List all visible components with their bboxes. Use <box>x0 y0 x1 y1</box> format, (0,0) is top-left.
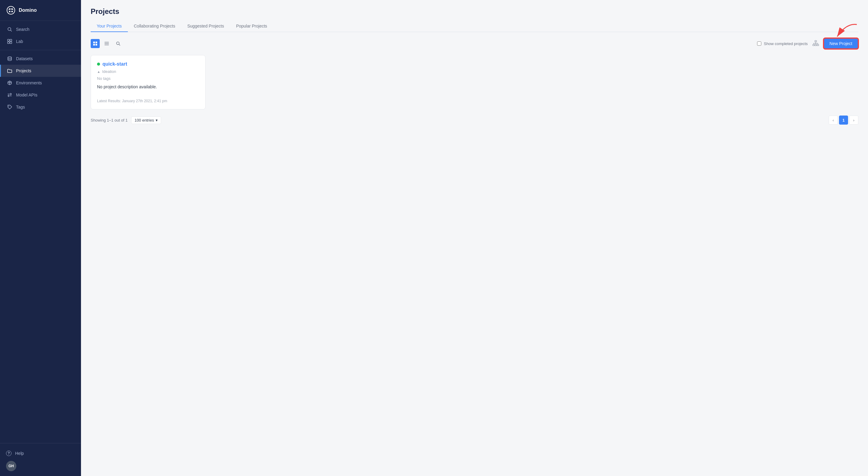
sidebar-item-label: Lab <box>16 39 23 44</box>
entries-select[interactable]: 100 entries ▾ <box>131 116 161 124</box>
svg-rect-10 <box>10 42 12 43</box>
project-status-dot <box>97 63 100 66</box>
projects-grid: quick-start ▲ Ideation No tags No projec… <box>91 55 858 110</box>
sidebar-item-model-apis[interactable]: Model APIs <box>0 89 81 101</box>
sidebar-item-environments[interactable]: Environments <box>0 77 81 89</box>
showing-text: Showing 1–1 out of 1 <box>91 118 128 122</box>
domino-logo-icon <box>6 5 16 15</box>
svg-rect-13 <box>93 42 95 43</box>
project-card[interactable]: quick-start ▲ Ideation No tags No projec… <box>91 55 206 110</box>
toolbar-right: Show completed projects <box>757 38 858 49</box>
project-stage-label: Ideation <box>102 69 116 74</box>
svg-rect-15 <box>93 44 95 46</box>
help-label: Help <box>15 451 24 456</box>
toolbar: Show completed projects <box>91 38 858 49</box>
project-name: quick-start <box>102 61 127 67</box>
pagination-right: ‹ 1 › <box>829 116 858 125</box>
avatar[interactable]: GH <box>6 461 16 471</box>
project-description: No project description available. <box>97 84 199 89</box>
new-project-button[interactable]: New Project <box>824 38 858 49</box>
grid-icon <box>7 39 12 44</box>
database-icon <box>7 56 12 61</box>
sidebar-item-lab[interactable]: Lab <box>0 35 81 48</box>
tag-icon <box>7 104 12 110</box>
tab-popular-projects[interactable]: Popular Projects <box>230 21 273 32</box>
svg-rect-7 <box>7 39 9 41</box>
svg-point-11 <box>8 57 11 58</box>
svg-rect-8 <box>10 39 12 41</box>
entries-label: 100 entries <box>134 118 154 122</box>
stage-icon: ▲ <box>97 70 100 73</box>
app-logo[interactable]: Domino <box>0 0 81 21</box>
list-view-button[interactable] <box>102 39 111 48</box>
filter-search-button[interactable] <box>114 39 123 48</box>
sidebar-item-label: Environments <box>16 81 42 85</box>
project-stage: ▲ Ideation <box>97 69 199 74</box>
project-latest-results: Latest Results: January 27th 2021, 2:41 … <box>97 96 199 103</box>
svg-rect-23 <box>813 44 814 46</box>
sidebar-item-label: Datasets <box>16 56 33 61</box>
help-icon: ? <box>6 451 11 456</box>
chevron-down-icon: ▾ <box>156 118 158 122</box>
svg-rect-16 <box>95 44 97 46</box>
sidebar-item-datasets[interactable]: Datasets <box>0 53 81 65</box>
main-content-area: Projects Your Projects Collaborating Pro… <box>81 0 868 476</box>
sidebar-nav: Search Lab <box>0 21 81 443</box>
svg-rect-9 <box>7 42 9 43</box>
prev-page-button[interactable]: ‹ <box>829 116 838 125</box>
sidebar-item-label: Projects <box>16 68 31 73</box>
org-chart-icon[interactable] <box>811 39 820 48</box>
help-item[interactable]: ? Help <box>6 448 75 458</box>
sidebar-bottom: ? Help GH <box>0 443 81 476</box>
project-name-row: quick-start <box>97 61 199 67</box>
show-completed-label: Show completed projects <box>764 41 808 46</box>
sidebar-item-search[interactable]: Search <box>0 23 81 35</box>
next-page-button[interactable]: › <box>849 116 858 125</box>
project-tags: No tags <box>97 76 199 81</box>
sidebar-item-projects[interactable]: Projects <box>0 65 81 77</box>
show-completed-checkbox-label[interactable]: Show completed projects <box>757 41 808 46</box>
tab-suggested-projects[interactable]: Suggested Projects <box>181 21 230 32</box>
page-1-button[interactable]: 1 <box>839 116 848 125</box>
page-title: Projects <box>91 7 858 16</box>
sidebar: Domino Search Lab <box>0 0 81 476</box>
svg-line-6 <box>10 30 12 31</box>
exchange-icon <box>7 92 12 98</box>
sidebar-item-tags[interactable]: Tags <box>0 101 81 113</box>
sidebar-item-label: Tags <box>16 105 25 110</box>
grid-view-button[interactable] <box>91 39 100 48</box>
svg-line-21 <box>119 44 120 46</box>
svg-point-12 <box>8 106 9 107</box>
cube-icon <box>7 80 12 86</box>
svg-rect-24 <box>815 44 817 46</box>
svg-rect-22 <box>815 40 817 42</box>
pagination-left: Showing 1–1 out of 1 100 entries ▾ <box>91 116 161 124</box>
toolbar-left <box>91 39 123 48</box>
show-completed-checkbox[interactable] <box>757 41 761 46</box>
folder-icon <box>7 68 12 73</box>
svg-point-3 <box>9 11 10 12</box>
sidebar-item-label: Model APIs <box>16 93 37 97</box>
tab-your-projects[interactable]: Your Projects <box>91 21 128 32</box>
tab-collaborating-projects[interactable]: Collaborating Projects <box>128 21 181 32</box>
svg-rect-25 <box>817 44 819 46</box>
svg-point-4 <box>11 11 13 12</box>
tabs-bar: Your Projects Collaborating Projects Sug… <box>91 21 858 32</box>
search-icon <box>7 27 12 32</box>
svg-rect-14 <box>95 42 97 43</box>
nav-divider <box>0 50 81 50</box>
new-project-btn-wrapper: New Project <box>824 38 858 49</box>
app-name: Domino <box>19 7 37 13</box>
sidebar-item-label: Search <box>16 27 29 32</box>
pagination-bar: Showing 1–1 out of 1 100 entries ▾ ‹ 1 › <box>91 116 858 125</box>
